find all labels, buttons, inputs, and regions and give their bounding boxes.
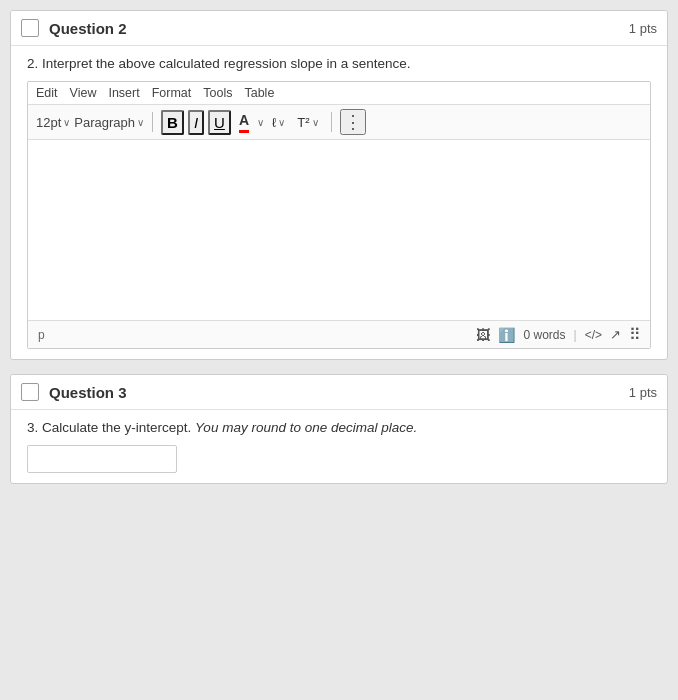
paragraph-tag-label: p — [38, 328, 45, 342]
editor-statusbar: p 🖼 ℹ️ 0 words | </> ↗ ⠿ — [28, 320, 650, 348]
info-icon[interactable]: ℹ️ — [498, 327, 515, 343]
statusbar-separator: | — [574, 328, 577, 342]
font-color-button[interactable]: A — [235, 110, 253, 135]
menu-view[interactable]: View — [70, 86, 97, 100]
question-2-checkbox[interactable] — [21, 19, 39, 37]
italic-button[interactable]: I — [188, 110, 204, 135]
font-color-chevron-icon[interactable]: ∨ — [257, 117, 264, 128]
question-2-header: Question 2 1 pts — [11, 11, 667, 46]
question-3-checkbox[interactable] — [21, 383, 39, 401]
menu-insert[interactable]: Insert — [108, 86, 139, 100]
highlight-chevron-icon: ∨ — [278, 117, 285, 128]
question-3-header: Question 3 1 pts — [11, 375, 667, 410]
font-size-dropdown[interactable]: 12pt ∨ — [36, 115, 70, 130]
word-count-label: 0 words — [523, 328, 565, 342]
question-3-static-text: 3. Calculate the y-intercept. — [27, 420, 191, 435]
highlight-button[interactable]: ℓ ∨ — [268, 113, 289, 132]
question-3-answer-input[interactable] — [27, 445, 177, 473]
menu-format[interactable]: Format — [152, 86, 192, 100]
expand-icon[interactable]: ↗ — [610, 327, 621, 342]
statusbar-right: 🖼 ℹ️ 0 words | </> ↗ ⠿ — [476, 325, 640, 344]
bold-button[interactable]: B — [161, 110, 184, 135]
question-3-italic-text: You may round to one decimal place. — [195, 420, 417, 435]
question-2-editor: Edit View Insert Format Tools Table 12pt… — [27, 81, 651, 349]
question-3-text: 3. Calculate the y-intercept. You may ro… — [27, 420, 651, 435]
question-2-body: 2. Interpret the above calculated regres… — [11, 46, 667, 359]
superscript-button[interactable]: T² ∨ — [293, 113, 322, 132]
superscript-label: T² — [297, 115, 309, 130]
paragraph-dropdown[interactable]: Paragraph ∨ — [74, 115, 144, 130]
toolbar-separator-2 — [331, 112, 332, 132]
menu-table[interactable]: Table — [244, 86, 274, 100]
question-2-card: Question 2 1 pts 2. Interpret the above … — [10, 10, 668, 360]
editor-toolbar: 12pt ∨ Paragraph ∨ B I U A ∨ ℓ — [28, 105, 650, 140]
editor-menubar: Edit View Insert Format Tools Table — [28, 82, 650, 105]
paragraph-value: Paragraph — [74, 115, 135, 130]
menu-tools[interactable]: Tools — [203, 86, 232, 100]
underline-button[interactable]: U — [208, 110, 231, 135]
superscript-chevron-icon: ∨ — [312, 117, 319, 128]
code-view-button[interactable]: </> — [585, 328, 602, 342]
toolbar-separator-1 — [152, 112, 153, 132]
question-2-title: Question 2 — [49, 20, 629, 37]
font-size-value: 12pt — [36, 115, 61, 130]
font-color-label: A — [239, 112, 249, 128]
statusbar-more-icon[interactable]: ⠿ — [629, 325, 640, 344]
image-icon[interactable]: 🖼 — [476, 327, 490, 343]
highlight-label: ℓ — [272, 115, 276, 130]
question-3-card: Question 3 1 pts 3. Calculate the y-inte… — [10, 374, 668, 484]
more-options-button[interactable]: ⋮ — [340, 109, 366, 135]
question-2-text: 2. Interpret the above calculated regres… — [27, 56, 651, 71]
font-color-bar — [239, 130, 249, 133]
menu-edit[interactable]: Edit — [36, 86, 58, 100]
question-3-pts: 1 pts — [629, 385, 657, 400]
paragraph-chevron-icon: ∨ — [137, 117, 144, 128]
question-2-pts: 1 pts — [629, 21, 657, 36]
question-3-body: 3. Calculate the y-intercept. You may ro… — [11, 410, 667, 483]
font-size-chevron-icon: ∨ — [63, 117, 70, 128]
question-3-title: Question 3 — [49, 384, 629, 401]
editor-content-area[interactable] — [28, 140, 650, 320]
